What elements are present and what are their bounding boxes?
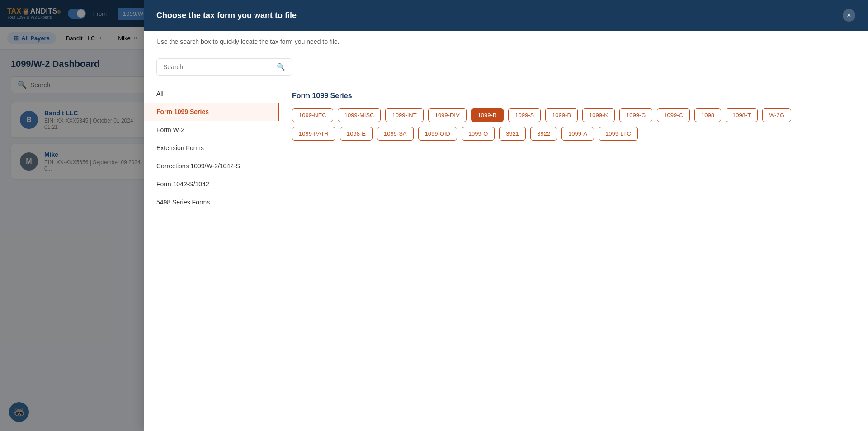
form-tag-1099-a[interactable]: 1099-A	[561, 127, 594, 141]
form-tag-1098-t[interactable]: 1098-T	[726, 108, 758, 122]
form-tag-1099-sa[interactable]: 1099-SA	[377, 127, 414, 141]
form-tag-1099-oid[interactable]: 1099-OID	[418, 127, 457, 141]
form-tag-1099-nec[interactable]: 1099-NEC	[292, 108, 333, 122]
modal-form-content: Form 1099 Series 1099-NEC1099-MISC1099-I…	[279, 81, 868, 431]
modal-subtitle: Use the search box to quickly locate the…	[144, 31, 868, 51]
form-tag-1098[interactable]: 1098	[694, 108, 721, 122]
modal-search-bar[interactable]: 🔍	[156, 58, 292, 76]
form-tag-3921[interactable]: 3921	[499, 127, 526, 141]
sidebar-item-corrections[interactable]: Corrections 1099/W-2/1042-S	[144, 157, 279, 175]
form-tag-1098-e[interactable]: 1098-E	[340, 127, 373, 141]
form-tag-1099-ltc[interactable]: 1099-LTC	[599, 127, 638, 141]
modal-close-button[interactable]: ×	[843, 9, 855, 22]
modal-sidebar: All Form 1099 Series Form W-2 Extension …	[144, 81, 279, 431]
section-title-form-1099: Form 1099 Series	[292, 92, 855, 100]
form-tag-1099-k[interactable]: 1099-K	[582, 108, 615, 122]
sidebar-item-5498[interactable]: 5498 Series Forms	[144, 193, 279, 211]
form-tag-1099-misc[interactable]: 1099-MISC	[338, 108, 381, 122]
sidebar-item-extension-forms[interactable]: Extension Forms	[144, 139, 279, 157]
form-tag-1099-g[interactable]: 1099-G	[619, 108, 652, 122]
sidebar-item-form-1042[interactable]: Form 1042-S/1042	[144, 175, 279, 193]
form-tags-row-2: 1099-PATR1098-E1099-SA1099-OID1099-Q3921…	[292, 127, 855, 141]
form-tag-1099-q[interactable]: 1099-Q	[462, 127, 495, 141]
modal-title: Choose the tax form you want to file	[156, 11, 297, 20]
modal-search-input[interactable]	[163, 63, 273, 71]
form-tag-w-2g[interactable]: W-2G	[762, 108, 791, 122]
form-tag-1099-s[interactable]: 1099-S	[508, 108, 541, 122]
form-tag-1099-c[interactable]: 1099-C	[657, 108, 690, 122]
form-tag-1099-div[interactable]: 1099-DIV	[428, 108, 467, 122]
modal-search-icon: 🔍	[277, 63, 285, 71]
tax-form-modal: Choose the tax form you want to file × U…	[144, 0, 868, 431]
modal-search-wrapper: 🔍	[144, 51, 868, 81]
form-tag-1099-int[interactable]: 1099-INT	[385, 108, 423, 122]
sidebar-item-form-1099[interactable]: Form 1099 Series	[144, 103, 279, 121]
sidebar-item-form-w2[interactable]: Form W-2	[144, 121, 279, 139]
form-tag-1099-b[interactable]: 1099-B	[545, 108, 578, 122]
sidebar-item-all[interactable]: All	[144, 85, 279, 103]
form-tags-row-1: 1099-NEC1099-MISC1099-INT1099-DIV1099-R1…	[292, 108, 855, 122]
form-tag-1099-patr[interactable]: 1099-PATR	[292, 127, 335, 141]
modal-header: Choose the tax form you want to file ×	[144, 0, 868, 31]
modal-body: All Form 1099 Series Form W-2 Extension …	[144, 81, 868, 431]
form-tag-1099-r[interactable]: 1099-R	[471, 108, 504, 122]
form-tag-3922[interactable]: 3922	[530, 127, 557, 141]
